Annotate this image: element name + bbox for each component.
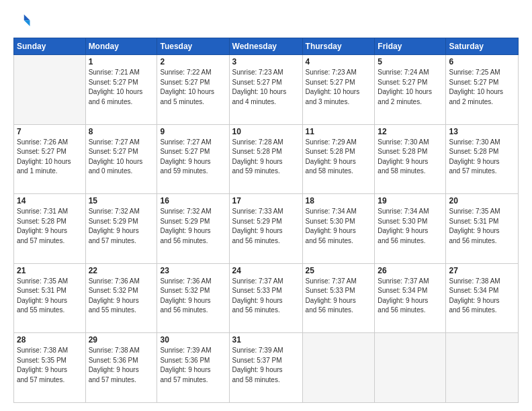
calendar-table: SundayMondayTuesdayWednesdayThursdayFrid… — [13, 38, 519, 403]
day-number: 13 — [449, 127, 515, 136]
calendar-cell: 6Sunrise: 7:25 AM Sunset: 5:27 PM Daylig… — [446, 55, 519, 125]
day-info: Sunrise: 7:27 AM Sunset: 5:27 PM Dayligh… — [160, 138, 226, 177]
calendar-cell: 3Sunrise: 7:23 AM Sunset: 5:27 PM Daylig… — [229, 55, 302, 125]
day-info: Sunrise: 7:34 AM Sunset: 5:30 PM Dayligh… — [378, 207, 443, 246]
day-number: 6 — [449, 57, 515, 66]
day-number: 15 — [89, 196, 154, 205]
day-info: Sunrise: 7:35 AM Sunset: 5:31 PM Dayligh… — [449, 207, 515, 246]
day-number: 17 — [232, 196, 300, 205]
calendar-cell: 19Sunrise: 7:34 AM Sunset: 5:30 PM Dayli… — [375, 194, 446, 264]
day-number: 10 — [232, 127, 300, 136]
calendar-cell: 25Sunrise: 7:37 AM Sunset: 5:33 PM Dayli… — [302, 263, 375, 333]
calendar-cell: 12Sunrise: 7:30 AM Sunset: 5:28 PM Dayli… — [375, 124, 446, 194]
calendar-cell: 16Sunrise: 7:32 AM Sunset: 5:29 PM Dayli… — [157, 194, 229, 264]
day-number: 19 — [378, 196, 443, 205]
day-number: 20 — [449, 196, 515, 205]
calendar-cell: 11Sunrise: 7:29 AM Sunset: 5:28 PM Dayli… — [302, 124, 375, 194]
day-info: Sunrise: 7:23 AM Sunset: 5:27 PM Dayligh… — [232, 68, 300, 107]
day-number: 1 — [89, 57, 154, 66]
col-header-friday: Friday — [375, 38, 446, 55]
svg-marker-1 — [24, 20, 30, 26]
day-info: Sunrise: 7:38 AM Sunset: 5:34 PM Dayligh… — [449, 277, 515, 316]
day-number: 21 — [17, 266, 83, 275]
day-number: 31 — [232, 335, 300, 345]
calendar-header-row: SundayMondayTuesdayWednesdayThursdayFrid… — [14, 38, 519, 55]
day-info: Sunrise: 7:36 AM Sunset: 5:32 PM Dayligh… — [89, 277, 154, 316]
calendar-cell: 4Sunrise: 7:23 AM Sunset: 5:27 PM Daylig… — [302, 55, 375, 125]
calendar-cell: 26Sunrise: 7:37 AM Sunset: 5:34 PM Dayli… — [375, 263, 446, 333]
calendar-cell: 30Sunrise: 7:39 AM Sunset: 5:36 PM Dayli… — [157, 333, 229, 403]
calendar-cell: 13Sunrise: 7:30 AM Sunset: 5:28 PM Dayli… — [446, 124, 519, 194]
calendar-cell: 15Sunrise: 7:32 AM Sunset: 5:29 PM Dayli… — [85, 194, 157, 264]
day-number: 8 — [89, 127, 154, 136]
day-info: Sunrise: 7:27 AM Sunset: 5:27 PM Dayligh… — [89, 138, 154, 177]
col-header-sunday: Sunday — [14, 38, 86, 55]
day-number: 5 — [378, 57, 443, 66]
calendar-cell — [302, 333, 375, 403]
calendar-cell — [14, 55, 86, 125]
day-info: Sunrise: 7:39 AM Sunset: 5:36 PM Dayligh… — [160, 346, 226, 385]
day-info: Sunrise: 7:36 AM Sunset: 5:32 PM Dayligh… — [160, 277, 226, 316]
calendar-cell: 1Sunrise: 7:21 AM Sunset: 5:27 PM Daylig… — [85, 55, 157, 125]
calendar-cell: 29Sunrise: 7:38 AM Sunset: 5:36 PM Dayli… — [85, 333, 157, 403]
day-info: Sunrise: 7:30 AM Sunset: 5:28 PM Dayligh… — [449, 138, 515, 177]
day-info: Sunrise: 7:24 AM Sunset: 5:27 PM Dayligh… — [378, 68, 443, 107]
calendar-week-row: 7Sunrise: 7:26 AM Sunset: 5:27 PM Daylig… — [14, 124, 519, 194]
calendar-cell: 24Sunrise: 7:37 AM Sunset: 5:33 PM Dayli… — [229, 263, 302, 333]
svg-marker-0 — [24, 15, 30, 21]
calendar-cell: 2Sunrise: 7:22 AM Sunset: 5:27 PM Daylig… — [157, 55, 229, 125]
day-number: 18 — [306, 196, 372, 205]
calendar-week-row: 14Sunrise: 7:31 AM Sunset: 5:28 PM Dayli… — [14, 194, 519, 264]
col-header-wednesday: Wednesday — [229, 38, 302, 55]
calendar-cell: 28Sunrise: 7:38 AM Sunset: 5:35 PM Dayli… — [14, 333, 86, 403]
day-info: Sunrise: 7:30 AM Sunset: 5:28 PM Dayligh… — [378, 138, 443, 177]
calendar-cell: 23Sunrise: 7:36 AM Sunset: 5:32 PM Dayli… — [157, 263, 229, 333]
day-info: Sunrise: 7:32 AM Sunset: 5:29 PM Dayligh… — [89, 207, 154, 246]
day-number: 23 — [160, 266, 226, 275]
day-info: Sunrise: 7:26 AM Sunset: 5:27 PM Dayligh… — [17, 138, 83, 177]
day-number: 26 — [378, 266, 443, 275]
day-number: 22 — [89, 266, 154, 275]
calendar-cell: 20Sunrise: 7:35 AM Sunset: 5:31 PM Dayli… — [446, 194, 519, 264]
calendar-cell: 22Sunrise: 7:36 AM Sunset: 5:32 PM Dayli… — [85, 263, 157, 333]
day-info: Sunrise: 7:28 AM Sunset: 5:28 PM Dayligh… — [232, 138, 300, 177]
calendar-cell — [446, 333, 519, 403]
col-header-tuesday: Tuesday — [157, 38, 229, 55]
day-info: Sunrise: 7:39 AM Sunset: 5:37 PM Dayligh… — [232, 346, 300, 385]
day-number: 14 — [17, 196, 83, 205]
day-number: 12 — [378, 127, 443, 136]
day-number: 16 — [160, 196, 226, 205]
day-info: Sunrise: 7:37 AM Sunset: 5:33 PM Dayligh… — [306, 277, 372, 316]
day-number: 3 — [232, 57, 300, 66]
day-number: 24 — [232, 266, 300, 275]
calendar-cell: 17Sunrise: 7:33 AM Sunset: 5:29 PM Dayli… — [229, 194, 302, 264]
day-info: Sunrise: 7:31 AM Sunset: 5:28 PM Dayligh… — [17, 207, 83, 246]
calendar-cell — [375, 333, 446, 403]
calendar-week-row: 1Sunrise: 7:21 AM Sunset: 5:27 PM Daylig… — [14, 55, 519, 125]
day-info: Sunrise: 7:35 AM Sunset: 5:31 PM Dayligh… — [17, 277, 83, 316]
logo-icon — [13, 12, 32, 31]
day-info: Sunrise: 7:25 AM Sunset: 5:27 PM Dayligh… — [449, 68, 515, 107]
calendar-cell: 8Sunrise: 7:27 AM Sunset: 5:27 PM Daylig… — [85, 124, 157, 194]
day-number: 30 — [160, 335, 226, 345]
calendar-cell: 7Sunrise: 7:26 AM Sunset: 5:27 PM Daylig… — [14, 124, 86, 194]
calendar-cell: 9Sunrise: 7:27 AM Sunset: 5:27 PM Daylig… — [157, 124, 229, 194]
header — [13, 12, 519, 31]
col-header-monday: Monday — [85, 38, 157, 55]
day-info: Sunrise: 7:29 AM Sunset: 5:28 PM Dayligh… — [306, 138, 372, 177]
day-number: 4 — [306, 57, 372, 66]
day-info: Sunrise: 7:23 AM Sunset: 5:27 PM Dayligh… — [306, 68, 372, 107]
day-number: 29 — [89, 335, 154, 345]
calendar-cell: 21Sunrise: 7:35 AM Sunset: 5:31 PM Dayli… — [14, 263, 86, 333]
calendar-cell: 5Sunrise: 7:24 AM Sunset: 5:27 PM Daylig… — [375, 55, 446, 125]
page: SundayMondayTuesdayWednesdayThursdayFrid… — [0, 0, 532, 411]
day-info: Sunrise: 7:38 AM Sunset: 5:36 PM Dayligh… — [89, 346, 154, 385]
day-number: 25 — [306, 266, 372, 275]
calendar-cell: 10Sunrise: 7:28 AM Sunset: 5:28 PM Dayli… — [229, 124, 302, 194]
day-number: 11 — [306, 127, 372, 136]
day-info: Sunrise: 7:21 AM Sunset: 5:27 PM Dayligh… — [89, 68, 154, 107]
calendar-week-row: 28Sunrise: 7:38 AM Sunset: 5:35 PM Dayli… — [14, 333, 519, 403]
day-info: Sunrise: 7:22 AM Sunset: 5:27 PM Dayligh… — [160, 68, 226, 107]
day-info: Sunrise: 7:37 AM Sunset: 5:33 PM Dayligh… — [232, 277, 300, 316]
day-number: 9 — [160, 127, 226, 136]
